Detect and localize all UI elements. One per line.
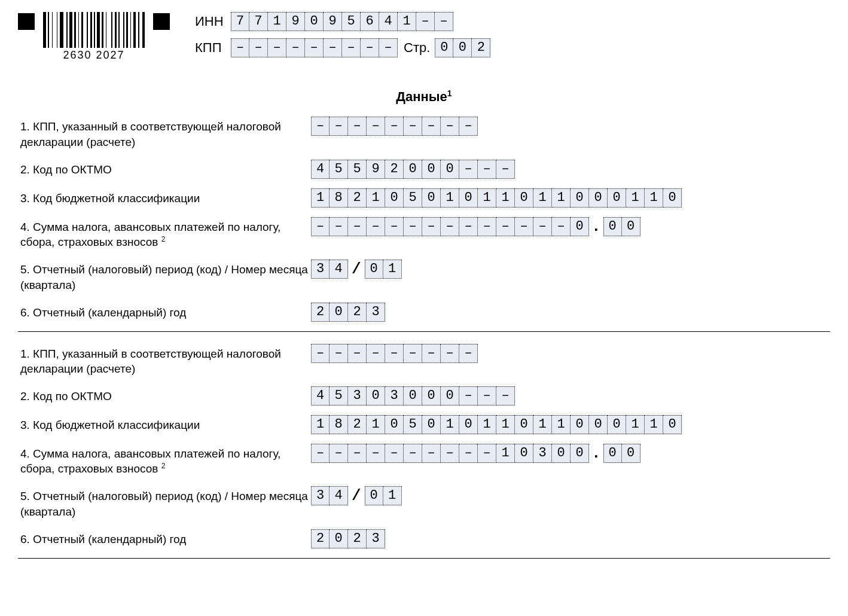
inn-value: 7719095641–– [231,12,453,31]
row-kbk: 3. Код бюджетной классификации1821050101… [18,188,830,208]
separator [18,558,830,559]
row-kbk-value: 18210501011011000110 [311,188,682,208]
row-kbk-label: 3. Код бюджетной классификации [18,188,311,206]
section-title: Данные1 [18,89,830,105]
row-year-label: 6. Отчетный (календарный) год [18,529,311,547]
row-year: 6. Отчетный (календарный) год2023 [18,529,830,548]
row-period-value: 34/01 [311,486,402,505]
page-label: Стр. [404,40,430,56]
row-sum: 4. Сумма налога, авансовых платежей по н… [18,217,830,251]
row-period-value: 34/01 [311,260,402,279]
row-kpp-label: 1. КПП, указанный в соответствующей нало… [18,344,311,377]
row-oktmo: 2. Код по ОКТМО45303000––– [18,386,830,405]
row-period: 5. Отчетный (налоговый) период (код) / Н… [18,260,830,292]
row-sum-value: ––––––––––––––0.00 [311,217,640,236]
row-oktmo: 2. Код по ОКТМО45592000––– [18,160,830,179]
row-kpp-label: 1. КПП, указанный в соответствующей нало… [18,117,311,150]
row-period-label: 5. Отчетный (налоговый) период (код) / Н… [18,486,311,519]
row-kpp: 1. КПП, указанный в соответствующей нало… [18,117,830,150]
row-sum: 4. Сумма налога, авансовых платежей по н… [18,444,830,477]
row-oktmo-label: 2. Код по ОКТМО [18,386,311,404]
row-sum-label: 4. Сумма налога, авансовых платежей по н… [18,217,311,251]
kpp-label: КПП [195,40,231,56]
row-kbk-value: 18210501011011000110 [311,415,682,434]
row-oktmo-value: 45592000––– [311,160,515,179]
barcode: 2630 2027 [43,12,145,62]
marker-left [18,13,35,30]
row-oktmo-label: 2. Код по ОКТМО [18,160,311,178]
kpp-value: ––––––––– [231,38,398,57]
row-year: 6. Отчетный (календарный) год2023 [18,303,830,322]
row-kpp-value: ––––––––– [311,344,478,363]
row-year-value: 2023 [311,303,385,322]
row-kpp-value: ––––––––– [311,117,478,136]
barcode-text: 2630 2027 [63,49,124,62]
data-block: 1. КПП, указанный в соответствующей нало… [18,344,830,548]
row-period-label: 5. Отчетный (налоговый) период (код) / Н… [18,260,311,292]
row-sum-value: ––––––––––10300.00 [311,444,640,463]
inn-label: ИНН [195,14,231,29]
row-year-value: 2023 [311,529,385,548]
row-sum-label: 4. Сумма налога, авансовых платежей по н… [18,444,311,477]
data-block: 1. КПП, указанный в соответствующей нало… [18,117,830,321]
page-value: 002 [435,38,490,57]
row-kpp: 1. КПП, указанный в соответствующей нало… [18,344,830,377]
row-kbk: 3. Код бюджетной классификации1821050101… [18,415,830,434]
row-year-label: 6. Отчетный (календарный) год [18,303,311,321]
row-oktmo-value: 45303000––– [311,386,515,405]
form-header: 2630 2027 ИНН 7719095641–– КПП –––––––––… [18,12,830,65]
row-period: 5. Отчетный (налоговый) период (код) / Н… [18,486,830,519]
row-kbk-label: 3. Код бюджетной классификации [18,415,311,433]
marker-right [153,13,170,30]
separator [18,331,830,332]
